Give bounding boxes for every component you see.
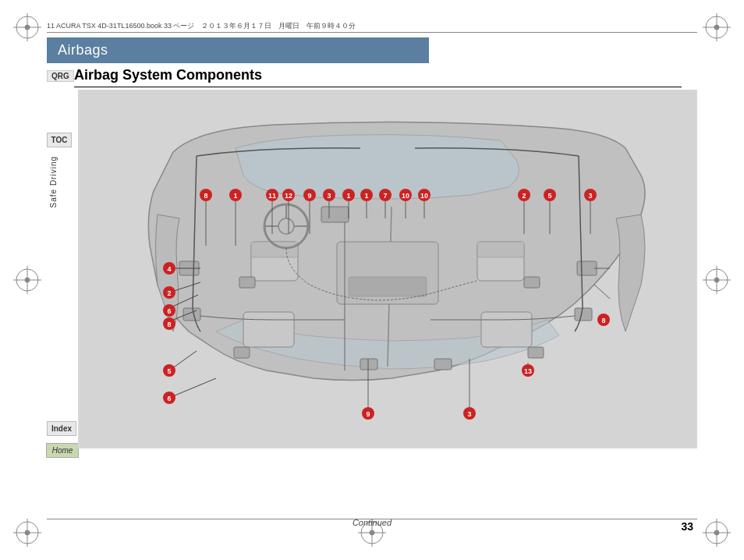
svg-text:10: 10 <box>402 192 409 200</box>
svg-rect-53 <box>434 359 452 370</box>
svg-point-19 <box>370 530 374 535</box>
corner-mark-tl <box>12 12 43 43</box>
svg-rect-52 <box>360 359 377 370</box>
svg-rect-50 <box>234 347 250 358</box>
svg-rect-49 <box>321 207 349 222</box>
svg-text:2: 2 <box>167 289 171 297</box>
svg-point-23 <box>25 278 30 282</box>
svg-rect-37 <box>349 277 427 296</box>
svg-text:3: 3 <box>467 410 471 418</box>
svg-rect-47 <box>239 277 255 288</box>
svg-point-39 <box>278 218 294 234</box>
svg-text:9: 9 <box>307 192 311 200</box>
corner-mark-rc <box>701 264 732 296</box>
svg-text:8: 8 <box>204 192 207 200</box>
index-tab[interactable]: Index <box>47 421 76 436</box>
svg-text:2: 2 <box>522 192 526 200</box>
svg-text:12: 12 <box>285 192 292 200</box>
svg-text:8: 8 <box>601 317 605 324</box>
svg-text:1: 1 <box>364 192 368 200</box>
svg-text:9: 9 <box>366 410 370 418</box>
svg-text:5: 5 <box>167 367 171 375</box>
svg-text:10: 10 <box>420 192 428 200</box>
qrg-badge[interactable]: QRG <box>47 70 74 82</box>
svg-text:3: 3 <box>588 192 592 200</box>
corner-mark-bl <box>12 517 43 548</box>
svg-text:13: 13 <box>524 367 532 375</box>
section-heading: Airbag System Components <box>74 67 682 87</box>
title-bar: Airbags <box>47 37 429 63</box>
svg-text:5: 5 <box>547 192 551 200</box>
home-tab[interactable]: Home <box>46 443 79 458</box>
diagram-area: 8 1 11 12 9 3 1 1 7 10 10 2 5 <box>78 90 697 448</box>
toc-tab[interactable]: TOC <box>47 133 72 147</box>
svg-rect-46 <box>575 308 592 321</box>
corner-mark-br <box>701 517 732 548</box>
svg-text:6: 6 <box>167 307 171 315</box>
svg-point-27 <box>714 278 719 282</box>
svg-point-7 <box>714 25 719 30</box>
svg-rect-48 <box>524 277 540 288</box>
svg-text:1: 1 <box>233 192 237 200</box>
svg-text:8: 8 <box>167 321 171 328</box>
svg-rect-51 <box>528 347 544 358</box>
file-info: 11 ACURA TSX 4D-31TL16500.book 33 ページ ２０… <box>47 21 356 31</box>
continued-text: Continued <box>353 518 391 527</box>
header-strip: 11 ACURA TSX 4D-31TL16500.book 33 ページ ２０… <box>47 22 697 33</box>
svg-rect-34 <box>243 312 294 347</box>
page-number: 33 <box>681 520 693 533</box>
svg-point-3 <box>25 25 30 30</box>
svg-rect-44 <box>577 261 597 275</box>
corner-mark-lc <box>12 264 43 296</box>
svg-point-11 <box>25 530 30 535</box>
corner-mark-tr <box>701 12 732 43</box>
svg-point-15 <box>714 530 719 535</box>
airbag-diagram: 8 1 11 12 9 3 1 1 7 10 10 2 5 <box>78 90 697 448</box>
svg-text:6: 6 <box>167 395 171 402</box>
svg-text:1: 1 <box>346 192 350 200</box>
svg-rect-35 <box>481 312 532 347</box>
title-text: Airbags <box>58 42 108 58</box>
svg-text:7: 7 <box>383 192 387 200</box>
svg-text:3: 3 <box>327 192 331 200</box>
svg-rect-33 <box>477 242 524 257</box>
safe-driving-label: Safe Driving <box>49 156 58 207</box>
svg-text:4: 4 <box>167 265 171 273</box>
svg-text:11: 11 <box>268 192 276 200</box>
